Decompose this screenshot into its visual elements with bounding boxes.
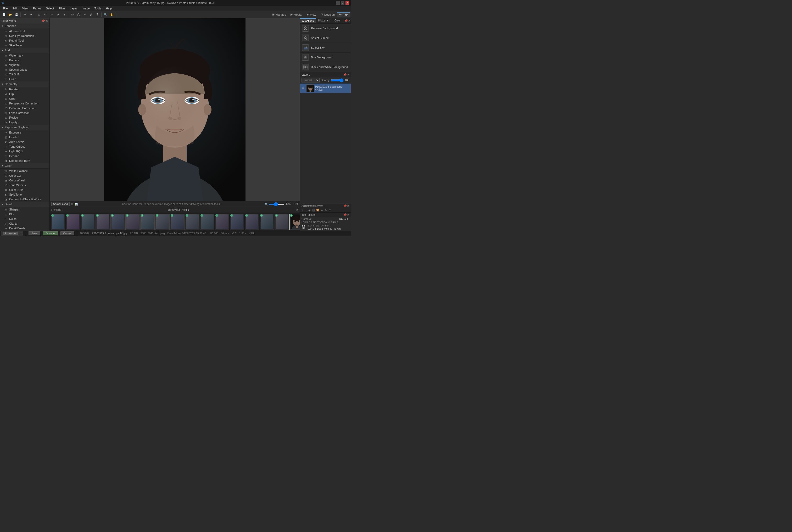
ai-panel-pin-button[interactable]: 📌 <box>344 19 348 22</box>
exposure-reset-button[interactable]: ↺ <box>19 232 21 235</box>
filter-exposure[interactable]: ☀ Exposure <box>0 130 50 135</box>
toolbar-redo[interactable]: ↪ <box>28 12 34 18</box>
toolbar-flip-h[interactable]: ⇄ <box>55 12 61 18</box>
filter-resize[interactable]: ⊞ Resize <box>0 115 50 120</box>
filter-flip[interactable]: ⇄ Flip <box>0 92 50 96</box>
filter-liquify[interactable]: ⟳ Liquify <box>0 120 50 125</box>
filter-special-effect[interactable]: ★ Special Effect <box>0 67 50 72</box>
status-icon-1[interactable]: ⊞ <box>71 203 73 206</box>
filter-grain[interactable]: ◌ Grain <box>0 77 50 81</box>
minimize-button[interactable]: — <box>336 1 340 5</box>
filmstrip-thumb-17[interactable]: ✓ <box>289 214 300 230</box>
toolbar-rotate-l[interactable]: ↺ <box>42 12 48 18</box>
tab-histogram[interactable]: Histogram <box>316 18 332 23</box>
tab-edit[interactable]: ✏ Edit <box>337 12 350 17</box>
filmstrip-thumb-7[interactable]: ✓ <box>140 214 155 230</box>
filter-dehaze[interactable]: ◌ Dehaze <box>0 154 50 158</box>
save-button[interactable]: Save <box>28 231 40 235</box>
filter-skin-tune[interactable]: ✧ Skin Tune <box>0 43 50 48</box>
menu-select[interactable]: Select <box>44 6 56 11</box>
filmstrip-close-button[interactable]: ✕ <box>296 208 298 211</box>
opacity-slider[interactable] <box>331 78 344 82</box>
filter-lens-correction[interactable]: ◎ Lens Correction <box>0 111 50 115</box>
filter-levels[interactable]: ▤ Levels <box>0 135 50 139</box>
tab-manage[interactable]: ⊞ Manage <box>270 12 288 17</box>
toolbar-select-ellipse[interactable]: ◯ <box>76 12 81 18</box>
toolbar-select-rect[interactable]: ▭ <box>69 12 75 18</box>
section-enhance[interactable]: ▼ Enhance <box>0 23 50 29</box>
action-black-white-background[interactable]: Black and White Background <box>300 62 351 72</box>
menu-image[interactable]: Image <box>80 6 92 11</box>
show-saved-button[interactable]: Show Saved <box>51 202 70 206</box>
filter-dodge-burn[interactable]: ◑ Dodge and Burn <box>0 158 50 163</box>
filmstrip-thumb-3[interactable]: ✓ <box>81 214 95 230</box>
zoom-out-icon[interactable]: 🔍 <box>265 203 268 206</box>
toolbar-lasso[interactable]: ⊸ <box>82 12 88 18</box>
filter-borders[interactable]: ▭ Borders <box>0 58 50 62</box>
layers-close-button[interactable]: ✕ <box>347 73 349 76</box>
menu-panes[interactable]: Panes <box>31 6 43 11</box>
filmstrip-thumb-13[interactable]: ✓ <box>230 214 244 230</box>
filter-white-balance[interactable]: ◎ White Balance <box>0 169 50 173</box>
filter-crop[interactable]: ⊡ Crop <box>0 96 50 101</box>
section-color[interactable]: ▼ Color <box>0 163 50 169</box>
action-select-subject[interactable]: Select Subject <box>300 33 351 43</box>
filmstrip-thumb-1[interactable]: ✓ <box>51 214 65 230</box>
blend-mode-select[interactable]: Normal Multiply Screen Overlay <box>302 78 320 82</box>
zoom-slider[interactable] <box>269 204 285 205</box>
filter-color-eq[interactable]: ⬡ Color EQ <box>0 173 50 178</box>
filmstrip[interactable]: ✓ ✓ ✓ ✓ ✓ ✓ ✓ ✓ ✓ ✓ ✓ ✓ ✓ ✓ ✓ ✓ <box>50 213 300 231</box>
filter-light-eq[interactable]: ✦ Light EQ™ <box>0 149 50 154</box>
photo-canvas[interactable] <box>104 18 246 201</box>
layer-visibility-toggle[interactable]: 👁 <box>301 86 305 90</box>
adj-btn-curves[interactable]: ⌇ <box>305 208 307 212</box>
panel-pin-button[interactable]: 📌 <box>42 19 45 22</box>
ai-panel-close-button[interactable]: ✕ <box>348 19 350 22</box>
filmstrip-thumb-6[interactable]: ✓ <box>125 214 140 230</box>
tab-color[interactable]: Color <box>332 18 343 23</box>
filter-blur[interactable]: ◌ Blur <box>0 212 50 216</box>
panel-close-button[interactable]: ✕ <box>46 19 48 22</box>
filmstrip-thumb-14[interactable]: ✓ <box>245 214 259 230</box>
adj-btn-color[interactable]: 🎨 <box>316 208 320 212</box>
menu-file[interactable]: File <box>1 6 10 11</box>
filmstrip-thumb-8[interactable]: ✓ <box>155 214 170 230</box>
menu-tools[interactable]: Tools <box>92 6 103 11</box>
toolbar-hand[interactable]: ✋ <box>109 12 115 18</box>
adj-btn-settings[interactable]: ⚙ <box>324 208 327 212</box>
menu-filter[interactable]: Filter <box>57 6 67 11</box>
section-geometry[interactable]: ▼ Geometry <box>0 81 50 87</box>
adj-layers-close-button[interactable]: ✕ <box>347 205 349 207</box>
menu-help[interactable]: Help <box>104 6 114 11</box>
filter-detail-brush[interactable]: ✦ Detail Brush <box>0 226 50 231</box>
info-palette-close-button[interactable]: ✕ <box>347 213 349 216</box>
toolbar-open[interactable]: 📂 <box>7 12 13 18</box>
filmstrip-thumb-5[interactable]: ✓ <box>111 214 125 230</box>
filter-convert-bw[interactable]: ◑ Convert to Black & White <box>0 197 50 202</box>
tab-media[interactable]: ▶ Media <box>288 12 304 17</box>
toolbar-text[interactable]: T <box>95 12 100 18</box>
menu-layer[interactable]: Layer <box>68 6 79 11</box>
adj-btn-vibrance[interactable]: ◈ <box>320 208 324 212</box>
adj-layers-pin-button[interactable]: 📌 <box>343 205 347 207</box>
toolbar-flip-v[interactable]: ⇅ <box>61 12 67 18</box>
filter-perspective-correction[interactable]: ⬚ Perspective Correction <box>0 101 50 106</box>
filmstrip-thumb-10[interactable]: ✓ <box>185 214 199 230</box>
toolbar-zoom-in[interactable]: 🔍 <box>102 12 108 18</box>
filter-repair-tool[interactable]: ⚙ Repair Tool <box>0 38 50 43</box>
info-palette-pin-button[interactable]: 📌 <box>343 213 347 216</box>
adj-btn-levels[interactable]: ▤ <box>312 208 315 212</box>
adj-btn-brightness[interactable]: ☀ <box>301 208 304 212</box>
next-button[interactable]: Next ▶ <box>182 208 190 211</box>
filmstrip-thumb-15[interactable]: ✓ <box>259 214 274 230</box>
filmstrip-thumb-12[interactable]: ✓ <box>215 214 229 230</box>
action-select-sky[interactable]: Select Sky <box>300 43 351 53</box>
layer-item-1[interactable]: 👁 P1003919 3 grain copy 4K.jpg <box>300 83 351 93</box>
filter-watermark[interactable]: ◈ Watermark <box>0 53 50 58</box>
action-remove-background[interactable]: Remove Background <box>300 23 351 33</box>
filter-auto-levels[interactable]: ◐ Auto Levels <box>0 139 50 144</box>
exposure-quick-button[interactable]: Exposure <box>3 232 18 235</box>
filter-distortion-correction[interactable]: ⬡ Distortion Correction <box>0 106 50 111</box>
filter-tone-wheels[interactable]: ⟲ Tone Wheels <box>0 183 50 188</box>
menu-view[interactable]: View <box>20 6 31 11</box>
